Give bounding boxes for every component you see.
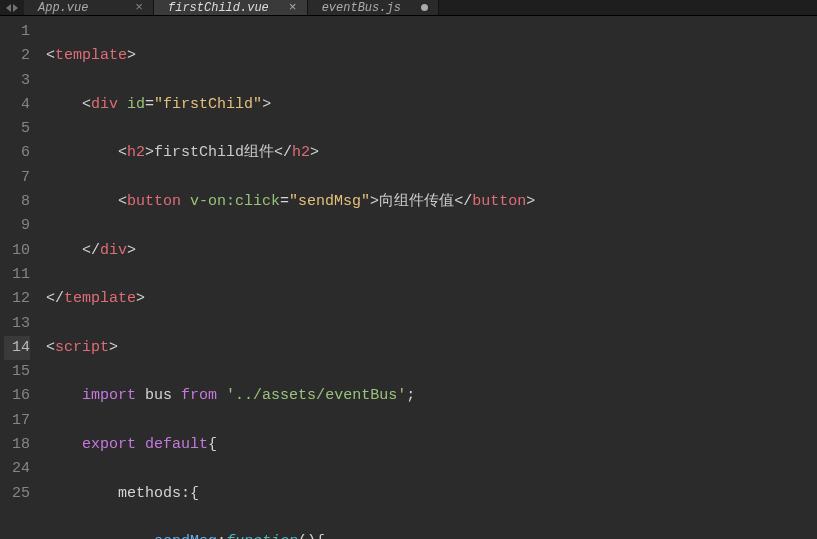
editor-window: App.vue × firstChild.vue × eventBus.js 1… bbox=[0, 0, 817, 539]
line-gutter: 1 2 3 4 5 6 7 8 9 10 11 12 13 14 15 16 1… bbox=[0, 16, 38, 539]
line-number: 1 bbox=[4, 20, 30, 44]
code-line: <button v-on:click="sendMsg">向组件传值</butt… bbox=[38, 190, 817, 214]
code-line: </template> bbox=[38, 287, 817, 311]
code-line: <h2>firstChild组件</h2> bbox=[38, 141, 817, 165]
line-number: 11 bbox=[4, 263, 30, 287]
line-number: 24 bbox=[4, 457, 30, 481]
editor-area: 1 2 3 4 5 6 7 8 9 10 11 12 13 14 15 16 1… bbox=[0, 16, 817, 539]
code-line: export default{ bbox=[38, 433, 817, 457]
line-number: 2 bbox=[4, 44, 30, 68]
nav-arrows bbox=[0, 4, 24, 12]
line-number: 6 bbox=[4, 141, 30, 165]
code-line: import bus from '../assets/eventBus'; bbox=[38, 384, 817, 408]
tab-eventbus-js[interactable]: eventBus.js bbox=[308, 0, 439, 15]
line-number: 9 bbox=[4, 214, 30, 238]
tab-label: eventBus.js bbox=[322, 1, 401, 15]
tab-bar: App.vue × firstChild.vue × eventBus.js bbox=[24, 0, 439, 15]
dirty-indicator-icon bbox=[421, 4, 428, 11]
code-line: </div> bbox=[38, 239, 817, 263]
topbar: App.vue × firstChild.vue × eventBus.js bbox=[0, 0, 817, 16]
line-number: 18 bbox=[4, 433, 30, 457]
close-icon[interactable]: × bbox=[135, 0, 143, 15]
nav-forward-icon[interactable] bbox=[13, 4, 18, 12]
line-number: 17 bbox=[4, 409, 30, 433]
line-number: 3 bbox=[4, 69, 30, 93]
line-number: 10 bbox=[4, 239, 30, 263]
tab-app-vue[interactable]: App.vue × bbox=[24, 0, 154, 15]
tab-label: App.vue bbox=[38, 1, 88, 15]
code-line: sendMsg:function(){ bbox=[38, 530, 817, 539]
code-line: methods:{ bbox=[38, 482, 817, 506]
line-number: 4 bbox=[4, 93, 30, 117]
line-number: 16 bbox=[4, 384, 30, 408]
line-number: 12 bbox=[4, 287, 30, 311]
line-number: 7 bbox=[4, 166, 30, 190]
line-number: 15 bbox=[4, 360, 30, 384]
line-number bbox=[4, 506, 30, 530]
code-line: <template> bbox=[38, 44, 817, 68]
close-icon[interactable]: × bbox=[289, 0, 297, 15]
line-number: 13 bbox=[4, 312, 30, 336]
line-number: 25 bbox=[4, 482, 30, 506]
tab-firstchild-vue[interactable]: firstChild.vue × bbox=[154, 0, 308, 15]
code-line: <div id="firstChild"> bbox=[38, 93, 817, 117]
line-number: 5 bbox=[4, 117, 30, 141]
line-number: 14 bbox=[4, 336, 30, 360]
line-number: 8 bbox=[4, 190, 30, 214]
tab-label: firstChild.vue bbox=[168, 1, 269, 15]
code-line: <script> bbox=[38, 336, 817, 360]
nav-back-icon[interactable] bbox=[6, 4, 11, 12]
code-area[interactable]: <template> <div id="firstChild"> <h2>fir… bbox=[38, 16, 817, 539]
